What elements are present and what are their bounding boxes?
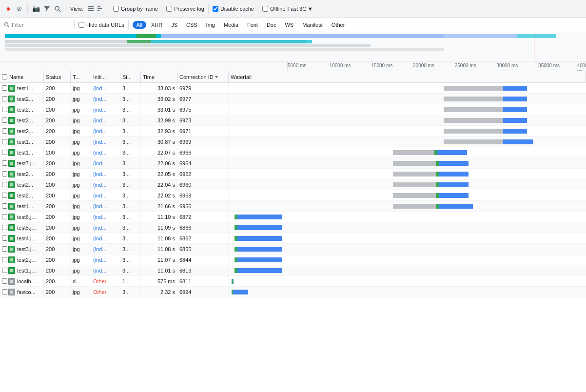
- col-header-waterfall[interactable]: Waterfall: [229, 71, 586, 82]
- row-checkbox[interactable]: [2, 182, 7, 187]
- td-waterfall: [229, 276, 586, 286]
- col-header-size[interactable]: Si...: [120, 71, 141, 82]
- group-by-frame-label[interactable]: Group by frame: [121, 6, 158, 12]
- row-checkbox[interactable]: [2, 203, 7, 209]
- td-name: test2...: [0, 190, 44, 200]
- row-checkbox[interactable]: [2, 139, 7, 144]
- row-checkbox[interactable]: [2, 268, 7, 273]
- table-row[interactable]: test2... 200 jpg (ind... 3... 32.99 s 69…: [0, 115, 586, 126]
- row-checkbox[interactable]: [2, 150, 7, 155]
- filter-icon[interactable]: [42, 4, 51, 13]
- fast3g-select[interactable]: Fast 3G ▼: [288, 6, 313, 12]
- row-icon: [8, 214, 15, 220]
- row-checkbox[interactable]: [2, 118, 7, 123]
- td-initiator: (ind...: [91, 158, 120, 168]
- row-checkbox[interactable]: [2, 107, 7, 112]
- row-checkbox[interactable]: [2, 193, 7, 198]
- td-time: 30.87 s: [141, 137, 177, 147]
- row-icon: [8, 149, 15, 156]
- filter-tab-media[interactable]: Media: [220, 21, 242, 29]
- row-checkbox[interactable]: [2, 225, 7, 230]
- hide-data-urls-label[interactable]: Hide data URLs: [86, 22, 124, 28]
- list-view-icon[interactable]: [86, 4, 95, 13]
- table-row[interactable]: test2... 200 jpg (ind... 3... 32.93 s 69…: [0, 126, 586, 137]
- table-row[interactable]: test1... 200 jpg (ind... 3... 33.03 s 69…: [0, 83, 586, 94]
- clear-icon[interactable]: ⊘: [15, 4, 23, 13]
- group-by-frame-checkbox[interactable]: [113, 6, 119, 12]
- filter-tab-other[interactable]: Other: [328, 21, 349, 29]
- td-connid: 6866: [177, 222, 229, 233]
- filter-tab-all[interactable]: All: [133, 21, 146, 29]
- table-row[interactable]: test1... 200 jpg (ind... 3... 21.66 s 69…: [0, 201, 586, 212]
- row-checkbox[interactable]: [2, 235, 7, 241]
- row-checkbox[interactable]: [2, 160, 7, 166]
- row-checkbox[interactable]: [2, 85, 7, 91]
- hide-data-urls-checkbox[interactable]: [78, 22, 84, 28]
- td-type: jpg: [71, 169, 91, 179]
- td-size: 3...: [120, 126, 141, 136]
- table-row[interactable]: test2.j... 200 jpg (ind... 3... 11.07 s …: [0, 255, 586, 265]
- table-row[interactable]: test1.j... 200 jpg (ind... 3... 11.01 s …: [0, 265, 586, 276]
- filter-tab-ws[interactable]: WS: [281, 21, 297, 29]
- td-waterfall: [229, 201, 586, 211]
- offline-checkbox[interactable]: [262, 6, 268, 12]
- filter-input[interactable]: [12, 22, 70, 28]
- table-row[interactable]: test2... 200 jpg (ind... 3... 33.01 s 69…: [0, 104, 586, 115]
- row-checkbox[interactable]: [2, 96, 7, 101]
- td-size: 3...: [120, 104, 141, 115]
- filter-tab-xhr[interactable]: XHR: [147, 21, 166, 29]
- disable-cache-label[interactable]: Disable cache: [220, 6, 254, 12]
- row-checkbox[interactable]: [2, 128, 7, 134]
- table-row[interactable]: test2... 200 jpg (ind... 3... 22.02 s 69…: [0, 190, 586, 201]
- td-connid: 6844: [177, 255, 229, 265]
- select-all-checkbox[interactable]: [2, 74, 7, 79]
- row-icon: [8, 203, 15, 210]
- filter-tab-font[interactable]: Font: [243, 21, 262, 29]
- table-row[interactable]: test1... 200 jpg (ind... 3... 22.07 s 69…: [0, 147, 586, 158]
- table-row[interactable]: test4.j... 200 jpg (ind... 3... 11.08 s …: [0, 233, 586, 244]
- td-name-text: test2...: [17, 96, 33, 102]
- td-name: favico...: [0, 287, 44, 297]
- col-header-type[interactable]: T...: [71, 71, 91, 82]
- col-header-connid[interactable]: Connection ID: [177, 71, 229, 82]
- disable-cache-checkbox[interactable]: [213, 6, 218, 12]
- col-header-initiator[interactable]: Initi...: [91, 71, 120, 82]
- td-time: 33.03 s: [141, 83, 177, 93]
- td-connid: 6872: [177, 212, 229, 222]
- td-initiator: Other: [91, 276, 120, 286]
- table-row[interactable]: test2... 200 jpg (ind... 3... 22.04 s 69…: [0, 179, 586, 190]
- waterfall-view-icon[interactable]: [96, 4, 105, 13]
- table-row[interactable]: test7.j... 200 jpg (ind... 3... 22.06 s …: [0, 158, 586, 169]
- table-row[interactable]: test6.j... 200 jpg (ind... 3... 11.10 s …: [0, 212, 586, 222]
- col-header-name[interactable]: Name: [0, 71, 44, 82]
- row-checkbox[interactable]: [2, 171, 7, 176]
- table-row[interactable]: test3.j... 200 jpg (ind... 3... 11.08 s …: [0, 244, 586, 255]
- tick-0: 5000 ms: [288, 63, 306, 68]
- table-row[interactable]: test2... 200 jpg (ind... 3... 22.05 s 69…: [0, 169, 586, 179]
- filter-tab-manifest[interactable]: Manifest: [298, 21, 327, 29]
- table-row[interactable]: localh... 200 d... Other 1... 575 ms 681…: [0, 276, 586, 287]
- table-row[interactable]: favico... 200 jpg Other 3... 2.32 s 6994: [0, 287, 586, 297]
- row-checkbox[interactable]: [2, 246, 7, 252]
- table-row[interactable]: test1... 200 jpg (ind... 3... 30.87 s 69…: [0, 137, 586, 147]
- table-row[interactable]: test2... 200 jpg (ind... 3... 33.02 s 69…: [0, 94, 586, 104]
- table-row[interactable]: test5.j... 200 jpg (ind... 3... 11.09 s …: [0, 222, 586, 233]
- offline-label[interactable]: Offline: [270, 6, 286, 12]
- filter-tab-doc[interactable]: Doc: [263, 21, 280, 29]
- col-header-status[interactable]: Status: [44, 71, 71, 82]
- preserve-log-label[interactable]: Preserve log: [174, 6, 204, 12]
- row-checkbox[interactable]: [2, 214, 7, 219]
- screenshot-icon[interactable]: 📷: [32, 4, 40, 13]
- row-checkbox[interactable]: [2, 289, 7, 294]
- row-checkbox[interactable]: [2, 278, 7, 284]
- td-type: jpg: [71, 255, 91, 265]
- filter-tab-css[interactable]: CSS: [182, 21, 201, 29]
- td-type: jpg: [71, 265, 91, 275]
- filter-tab-js[interactable]: JS: [167, 21, 181, 29]
- preserve-log-checkbox[interactable]: [166, 6, 172, 12]
- row-checkbox[interactable]: [2, 257, 7, 262]
- filter-tab-img[interactable]: Img: [202, 21, 219, 29]
- search-icon[interactable]: [53, 4, 62, 13]
- col-header-time[interactable]: Time: [141, 71, 177, 82]
- record-icon[interactable]: ●: [4, 4, 13, 13]
